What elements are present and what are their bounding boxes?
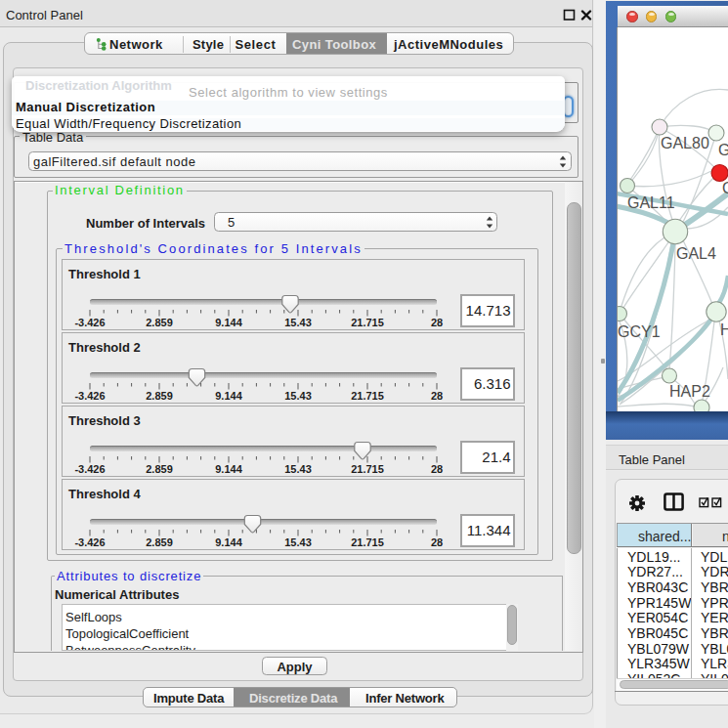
svg-text:C: C (722, 180, 728, 196)
svg-text:GCY1: GCY1 (618, 323, 661, 340)
svg-text:GAL80: GAL80 (661, 135, 709, 151)
svg-text:GAL4: GAL4 (676, 245, 716, 262)
svg-text:HAP2: HAP2 (669, 383, 710, 400)
svg-text:GA: GA (718, 142, 728, 158)
svg-text:GAL11: GAL11 (627, 194, 675, 211)
svg-text:H: H (720, 321, 728, 338)
